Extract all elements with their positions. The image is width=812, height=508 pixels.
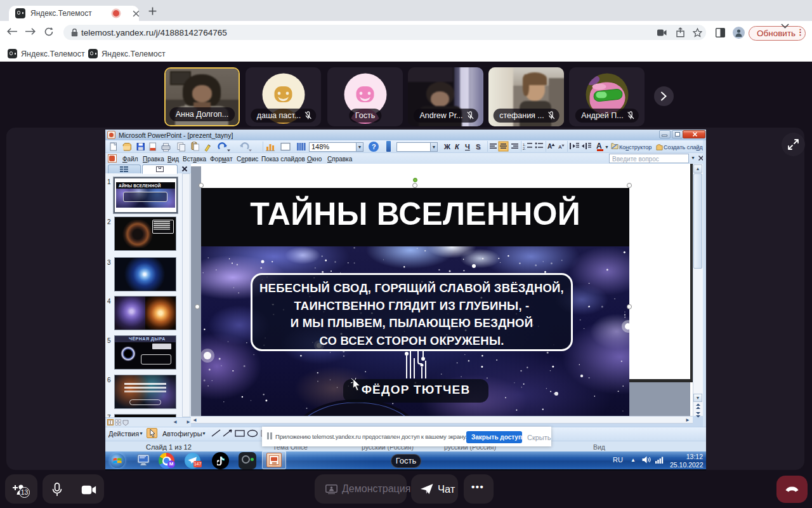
svg-text:А: А: [558, 144, 562, 150]
svg-text:А: А: [547, 143, 552, 150]
svg-text:2.: 2.: [523, 147, 526, 150]
